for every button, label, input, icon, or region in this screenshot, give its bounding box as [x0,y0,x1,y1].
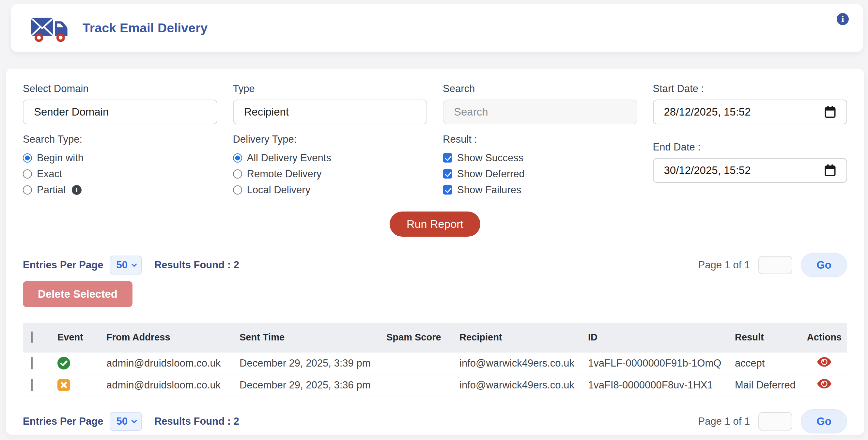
search-field [443,99,637,124]
cell-sent-time: December 29, 2025, 3:36 pm [231,374,378,396]
cell-recipient: info@warwick49ers.co.uk [451,352,580,374]
table-row: admin@druidsloom.co.uk December 29, 2025… [23,374,847,396]
checkbox-icon[interactable] [443,153,452,163]
cell-from: admin@druidsloom.co.uk [98,374,231,396]
search-input[interactable] [454,106,626,118]
page-info-text: Page 1 of 1 [698,259,750,271]
radio-remote-delivery[interactable]: Remote Delivery [233,166,428,182]
radio-partial[interactable]: Partial i [23,182,217,198]
radio-icon[interactable] [23,169,32,179]
end-date-label: End Date : [653,141,847,153]
page-number-input[interactable] [758,256,792,274]
go-button[interactable]: Go [801,253,847,277]
calendar-icon [824,164,836,177]
page-header: Track Email Delivery i [11,4,863,52]
col-actions: Actions [801,323,847,352]
table-header-row: Event From Address Sent Time Spam Score … [23,323,847,352]
page-title: Track Email Delivery [83,21,208,35]
col-recipient: Recipient [451,323,580,352]
row-checkbox[interactable] [31,357,33,370]
select-domain-value: Sender Domain [34,106,108,118]
select-all-checkbox[interactable] [31,331,33,343]
checkbox-icon[interactable] [443,169,452,179]
col-sent-time: Sent Time [231,323,378,352]
result-label: Result : [443,134,637,145]
entries-per-page-select[interactable]: 50 [110,256,142,274]
view-details-eye-icon[interactable] [817,357,832,367]
radio-begin-with[interactable]: Begin with [23,150,217,166]
delivery-events-table: Event From Address Sent Time Spam Score … [23,323,847,396]
start-date-label: Start Date : [653,83,847,95]
radio-all-delivery-events[interactable]: All Delivery Events [233,150,428,166]
cell-recipient: info@warwick49ers.co.uk [451,374,580,396]
cell-result: accept [726,352,801,374]
checkbox-icon[interactable] [443,185,452,195]
results-found-text: Results Found : 2 [154,415,239,427]
radio-icon[interactable] [23,153,32,163]
success-check-circle-icon [57,357,70,370]
type-label: Type [233,83,428,95]
cell-spam-score [378,374,451,396]
view-details-eye-icon[interactable] [817,379,832,389]
select-domain-select[interactable]: Sender Domain [23,99,217,124]
partial-info-icon[interactable]: i [72,185,82,195]
col-id: ID [580,323,726,352]
page-info-text: Page 1 of 1 [698,415,750,427]
run-report-button[interactable]: Run Report [390,211,480,237]
cell-id: 1vaFLF-0000000F91b-1OmQ [580,352,726,374]
go-button[interactable]: Go [801,409,847,434]
report-panel: Select Domain Sender Domain Search Type:… [6,68,864,435]
col-spam-score: Spam Score [378,323,451,352]
end-date-input[interactable]: 30/12/2025, 15:52 [653,158,847,183]
table-row: admin@druidsloom.co.uk December 29, 2025… [23,352,847,374]
end-date-value: 30/12/2025, 15:52 [664,164,751,177]
col-from-address: From Address [98,323,231,352]
select-domain-label: Select Domain [23,83,217,95]
radio-icon[interactable] [23,185,32,195]
search-type-label: Search Type: [23,134,217,145]
radio-icon[interactable] [233,185,242,195]
mail-truck-icon [31,14,69,42]
radio-icon[interactable] [233,169,242,179]
row-checkbox[interactable] [31,379,33,391]
col-event: Event [49,323,98,352]
cell-result: Mail Deferred [726,374,801,396]
cell-id: 1vaFI8-0000000F8uv-1HX1 [580,374,726,396]
radio-icon[interactable] [233,153,242,163]
page-number-input[interactable] [758,412,792,431]
calendar-icon [824,106,836,118]
delivery-type-label: Delivery Type: [233,134,428,145]
checkbox-show-success[interactable]: Show Success [443,150,637,166]
deferred-x-square-icon [57,379,70,391]
col-result: Result [726,323,801,352]
radio-local-delivery[interactable]: Local Delivery [233,182,428,198]
entries-per-page-label: Entries Per Page [23,415,103,427]
type-select[interactable]: Recipient [233,99,428,124]
start-date-input[interactable]: 28/12/2025, 15:52 [653,99,847,124]
checkbox-show-failures[interactable]: Show Failures [443,182,637,198]
cell-sent-time: December 29, 2025, 3:39 pm [231,352,378,374]
chevron-down-icon [131,261,137,267]
search-label: Search [443,83,637,95]
info-icon[interactable]: i [837,13,849,25]
results-found-text: Results Found : 2 [154,259,239,271]
entries-per-page-label: Entries Per Page [23,259,103,271]
chevron-down-icon [131,418,137,423]
delete-selected-button[interactable]: Delete Selected [23,281,132,307]
radio-exact[interactable]: Exact [23,166,217,182]
entries-per-page-select[interactable]: 50 [110,412,142,431]
cell-spam-score [378,352,451,374]
checkbox-show-deferred[interactable]: Show Deferred [443,166,637,182]
start-date-value: 28/12/2025, 15:52 [664,106,751,118]
cell-from: admin@druidsloom.co.uk [98,352,231,374]
type-value: Recipient [244,106,289,118]
filter-form: Select Domain Sender Domain Search Type:… [23,83,847,198]
